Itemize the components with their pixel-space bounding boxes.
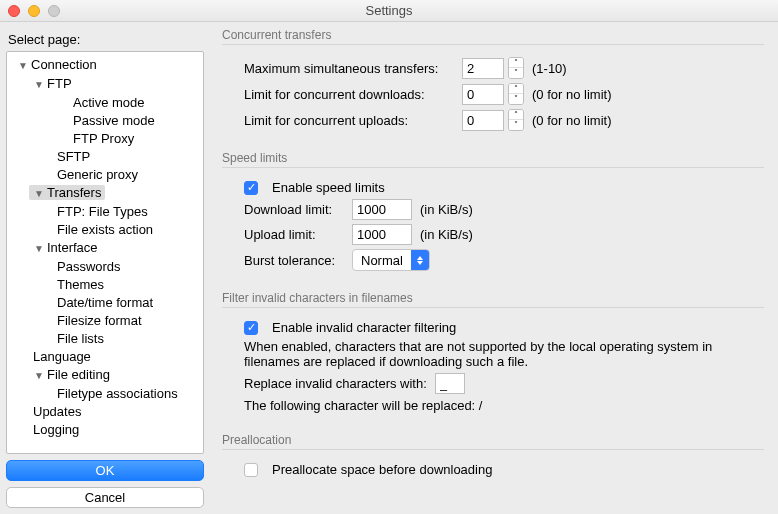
burst-select[interactable]: Normal (352, 249, 430, 271)
group-filter: Enable invalid character filtering When … (222, 307, 764, 427)
tree-filetype-assoc[interactable]: Filetype associations (53, 386, 182, 401)
enable-filter-label: Enable invalid character filtering (272, 320, 456, 335)
chevron-down-icon[interactable]: ▼ (17, 57, 29, 75)
max-transfers-stepper[interactable]: ˄˅ (508, 57, 524, 79)
max-transfers-input[interactable] (462, 58, 504, 79)
speed-ul-label: Upload limit: (244, 227, 344, 242)
speed-dl-input[interactable] (352, 199, 412, 220)
tree-ftp-proxy[interactable]: FTP Proxy (69, 131, 138, 146)
tree-filesize[interactable]: Filesize format (53, 313, 146, 328)
ul-limit-label: Limit for concurrent uploads: (244, 113, 454, 128)
tree-generic-proxy[interactable]: Generic proxy (53, 167, 142, 182)
ul-limit-stepper[interactable]: ˄˅ (508, 109, 524, 131)
group-prealloc-title: Preallocation (222, 433, 764, 447)
burst-label: Burst tolerance: (244, 253, 344, 268)
dl-limit-label: Limit for concurrent downloads: (244, 87, 454, 102)
chevron-down-icon[interactable]: ˅ (509, 120, 523, 130)
tree-interface[interactable]: ▼Interface (29, 240, 102, 255)
window-title: Settings (0, 3, 778, 18)
tree-file-editing[interactable]: ▼File editing (29, 367, 114, 382)
chevron-up-icon[interactable]: ˄ (509, 110, 523, 120)
speed-dl-unit: (in KiB/s) (420, 202, 473, 217)
chevron-down-icon[interactable]: ▼ (33, 76, 45, 94)
tree-datetime[interactable]: Date/time format (53, 295, 157, 310)
tree-sftp[interactable]: SFTP (53, 149, 94, 164)
tree-transfers[interactable]: ▼Transfers (29, 185, 105, 200)
enable-speed-label: Enable speed limits (272, 180, 385, 195)
tree-active-mode[interactable]: Active mode (69, 95, 149, 110)
group-concurrent: Maximum simultaneous transfers: ˄˅ (1-10… (222, 44, 764, 145)
ok-button[interactable]: OK (6, 460, 204, 481)
sidebar: Select page: ▼Connection ▼FTP Active mod… (0, 22, 210, 514)
close-icon[interactable] (8, 5, 20, 17)
tree-connection[interactable]: ▼Connection (13, 57, 101, 72)
minimize-icon[interactable] (28, 5, 40, 17)
filter-note: The following character will be replaced… (244, 398, 754, 413)
maximize-icon (48, 5, 60, 17)
sidebar-label: Select page: (8, 32, 204, 47)
ul-limit-input[interactable] (462, 110, 504, 131)
page-tree[interactable]: ▼Connection ▼FTP Active mode Passive mod… (6, 51, 204, 454)
speed-dl-label: Download limit: (244, 202, 344, 217)
burst-value: Normal (353, 253, 411, 268)
max-transfers-hint: (1-10) (532, 61, 567, 76)
group-filter-title: Filter invalid characters in filenames (222, 291, 764, 305)
tree-ftp-filetypes[interactable]: FTP: File Types (53, 204, 152, 219)
prealloc-checkbox[interactable] (244, 463, 258, 477)
ul-limit-hint: (0 for no limit) (532, 113, 611, 128)
group-concurrent-title: Concurrent transfers (222, 28, 764, 42)
speed-ul-input[interactable] (352, 224, 412, 245)
enable-filter-checkbox[interactable] (244, 321, 258, 335)
tree-logging[interactable]: Logging (29, 422, 83, 437)
enable-speed-checkbox[interactable] (244, 181, 258, 195)
speed-ul-unit: (in KiB/s) (420, 227, 473, 242)
replace-label: Replace invalid characters with: (244, 376, 427, 391)
tree-filelists[interactable]: File lists (53, 331, 108, 346)
cancel-button[interactable]: Cancel (6, 487, 204, 508)
settings-panel: Concurrent transfers Maximum simultaneou… (210, 22, 778, 514)
filter-description: When enabled, characters that are not su… (244, 339, 754, 369)
select-arrows-icon (411, 250, 429, 270)
chevron-down-icon[interactable]: ˅ (509, 68, 523, 78)
tree-ftp[interactable]: ▼FTP (29, 76, 76, 91)
chevron-down-icon[interactable]: ▼ (33, 185, 45, 203)
replace-input[interactable] (435, 373, 465, 394)
dl-limit-hint: (0 for no limit) (532, 87, 611, 102)
chevron-up-icon[interactable]: ˄ (509, 84, 523, 94)
tree-updates[interactable]: Updates (29, 404, 85, 419)
tree-passive-mode[interactable]: Passive mode (69, 113, 159, 128)
tree-file-exists[interactable]: File exists action (53, 222, 157, 237)
prealloc-label: Preallocate space before downloading (272, 462, 492, 477)
dl-limit-stepper[interactable]: ˄˅ (508, 83, 524, 105)
chevron-down-icon[interactable]: ▼ (33, 367, 45, 385)
group-speed: Enable speed limits Download limit: (in … (222, 167, 764, 285)
titlebar: Settings (0, 0, 778, 22)
chevron-up-icon[interactable]: ˄ (509, 58, 523, 68)
tree-passwords[interactable]: Passwords (53, 259, 125, 274)
tree-themes[interactable]: Themes (53, 277, 108, 292)
dl-limit-input[interactable] (462, 84, 504, 105)
tree-language[interactable]: Language (29, 349, 95, 364)
chevron-down-icon[interactable]: ˅ (509, 94, 523, 104)
group-speed-title: Speed limits (222, 151, 764, 165)
group-prealloc: Preallocate space before downloading (222, 449, 764, 491)
max-transfers-label: Maximum simultaneous transfers: (244, 61, 454, 76)
chevron-down-icon[interactable]: ▼ (33, 240, 45, 258)
